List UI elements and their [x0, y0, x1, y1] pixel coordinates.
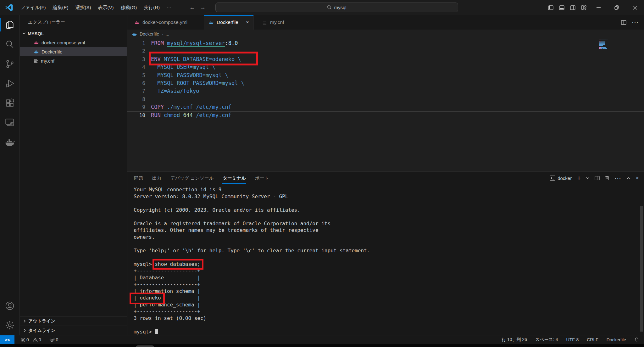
- explorer-sidebar: エクスプローラー ··· MYSQL docker-compose.yml: [20, 15, 127, 335]
- new-terminal-icon[interactable]: +: [577, 174, 581, 182]
- code-line-9[interactable]: 9COPY ./my.cnf /etc/my.cnf: [127, 103, 644, 111]
- terminal-line: | performance_schema |: [134, 301, 644, 308]
- panel-tab-problems[interactable]: 問題: [134, 173, 143, 183]
- terminal-output[interactable]: Your MySQL connection id is 9Server vers…: [127, 184, 644, 335]
- customize-layout-icon[interactable]: [578, 0, 589, 15]
- activity-remote-explorer[interactable]: [0, 113, 19, 132]
- code-line-8[interactable]: 8: [127, 95, 644, 103]
- config-file-icon: [34, 59, 38, 63]
- file-docker-compose[interactable]: docker-compose.yml: [20, 38, 127, 47]
- panel-tab-output[interactable]: 出力: [152, 173, 162, 183]
- menu-more[interactable]: ···: [163, 3, 175, 13]
- menu-view[interactable]: 表示(V): [95, 3, 117, 13]
- tab-docker-compose[interactable]: docker-compose.yml: [127, 15, 204, 30]
- editor-more-actions-icon[interactable]: ···: [632, 20, 639, 25]
- cursor-position[interactable]: 行 10、列 26: [500, 337, 529, 343]
- panel-tab-terminal[interactable]: ターミナル: [222, 173, 246, 183]
- search-icon: [327, 5, 332, 10]
- back-arrow-icon[interactable]: ←: [189, 4, 195, 11]
- editor-tabbar: docker-compose.yml Dockerfile × my.cnf: [127, 15, 644, 30]
- activity-settings[interactable]: [0, 316, 19, 335]
- terminal-scrollbar[interactable]: [640, 206, 643, 332]
- split-editor-icon[interactable]: [621, 20, 626, 25]
- errors-count: 0: [26, 337, 29, 342]
- chevron-down-icon: [22, 32, 26, 35]
- kill-terminal-trash-icon[interactable]: [605, 176, 609, 181]
- close-tab-icon[interactable]: ×: [246, 19, 249, 25]
- warnings-icon: [33, 338, 38, 342]
- activity-explorer[interactable]: [0, 15, 19, 35]
- highlight-box-odaneko: [130, 293, 165, 304]
- terminal-cursor: [155, 329, 158, 334]
- remote-indicator[interactable]: ><: [0, 335, 14, 344]
- menu-run[interactable]: 実行(R): [140, 3, 163, 13]
- panel-more-actions-icon[interactable]: ···: [615, 176, 621, 181]
- dockerfile-file-icon: [132, 32, 137, 36]
- menu-selection[interactable]: 選択(S): [72, 3, 95, 13]
- menubar: ファイル(F) 編集(E) 選択(S) 表示(V) 移動(G) 実行(R) ··…: [17, 3, 175, 13]
- warnings-count: 0: [39, 337, 41, 342]
- activity-source-control[interactable]: [0, 54, 19, 74]
- activity-extensions[interactable]: [0, 93, 19, 113]
- menu-go[interactable]: 移動(G): [117, 3, 141, 13]
- minimap[interactable]: [599, 40, 610, 49]
- gear-icon: [5, 320, 15, 330]
- breadcrumb-file[interactable]: Dockerfile: [140, 31, 159, 36]
- forward-arrow-icon[interactable]: →: [200, 4, 206, 11]
- activity-docker[interactable]: [0, 132, 19, 152]
- terminal-session-label[interactable]: docker: [550, 176, 572, 181]
- activity-accounts[interactable]: [0, 296, 19, 316]
- terminal-line: +--------------------+: [134, 308, 644, 315]
- breadcrumb-more[interactable]: ...: [166, 31, 169, 36]
- terminal-line: Copyright (c) 2000, 2023, Oracle and/or …: [134, 207, 644, 214]
- code-line-7[interactable]: 7 TZ=Asia/Tokyo: [127, 87, 644, 95]
- maximize-panel-chevron-icon[interactable]: [627, 177, 630, 179]
- file-dockerfile[interactable]: Dockerfile: [20, 47, 127, 56]
- folder-mysql[interactable]: MYSQL: [20, 29, 127, 38]
- toggle-sidebar-icon[interactable]: [545, 0, 556, 15]
- encoding[interactable]: UTF-8: [564, 337, 581, 342]
- tab-dockerfile[interactable]: Dockerfile ×: [204, 15, 254, 30]
- eol-sequence[interactable]: CRLF: [585, 337, 600, 342]
- indentation[interactable]: スペース: 4: [533, 337, 560, 343]
- ports-count: 0: [56, 337, 58, 342]
- ports-status[interactable]: 0: [47, 335, 61, 344]
- language-mode[interactable]: Dockerfile: [605, 337, 628, 342]
- menu-edit[interactable]: 編集(E): [49, 3, 72, 13]
- activity-search[interactable]: [0, 35, 19, 54]
- restore-button[interactable]: [608, 0, 626, 15]
- dockerfile-file-icon: [34, 49, 39, 54]
- terminal-line: Oracle is a registered trademark of Orac…: [134, 220, 644, 227]
- terminal-line: [134, 254, 644, 261]
- tab-my-cnf[interactable]: my.cnf: [254, 15, 304, 30]
- errors-icon: [21, 338, 25, 342]
- close-panel-icon[interactable]: ×: [636, 175, 639, 182]
- explorer-more-actions[interactable]: ···: [114, 19, 121, 25]
- toggle-secondary-sidebar-icon[interactable]: [567, 0, 578, 15]
- split-terminal-icon[interactable]: [595, 176, 600, 180]
- code-line-1[interactable]: 1FROM mysql/mysql-server:8.0: [127, 39, 644, 47]
- toggle-panel-icon[interactable]: [556, 0, 567, 15]
- section-outline[interactable]: アウトライン: [20, 316, 127, 326]
- breadcrumb[interactable]: Dockerfile › ...: [127, 30, 644, 38]
- code-line-5[interactable]: 5 MYSQL_PASSWORD=mysql \: [127, 71, 644, 79]
- vscode-logo-icon: [5, 3, 13, 12]
- panel-tab-ports[interactable]: ポート: [255, 173, 269, 183]
- terminal-line: owners.: [134, 234, 644, 241]
- menu-file[interactable]: ファイル(F): [17, 3, 49, 13]
- code-line-6[interactable]: 6 MYSQL_ROOT_PASSWORD=mysql \: [127, 79, 644, 87]
- minimize-button[interactable]: [589, 0, 608, 15]
- section-timeline[interactable]: タイムライン: [20, 326, 127, 335]
- notifications-bell-icon[interactable]: [632, 337, 641, 342]
- activity-run-debug[interactable]: [0, 74, 19, 93]
- terminal-dropdown-chevron-icon[interactable]: [586, 177, 589, 179]
- search-icon: [5, 39, 15, 49]
- terminal-lines: Your MySQL connection id is 9Server vers…: [134, 186, 644, 335]
- code-line-10[interactable]: 10RUN chmod 644 /etc/my.cnf: [127, 111, 644, 119]
- close-window-button[interactable]: [626, 0, 644, 15]
- file-my-cnf[interactable]: my.cnf: [20, 56, 127, 65]
- code-editor[interactable]: 1FROM mysql/mysql-server:8.023ENV MYSQL_…: [127, 38, 644, 171]
- problems-status[interactable]: 0 0: [18, 335, 44, 344]
- command-center-search[interactable]: mysql: [215, 3, 458, 12]
- panel-tab-debug-console[interactable]: デバッグ コンソール: [170, 173, 214, 183]
